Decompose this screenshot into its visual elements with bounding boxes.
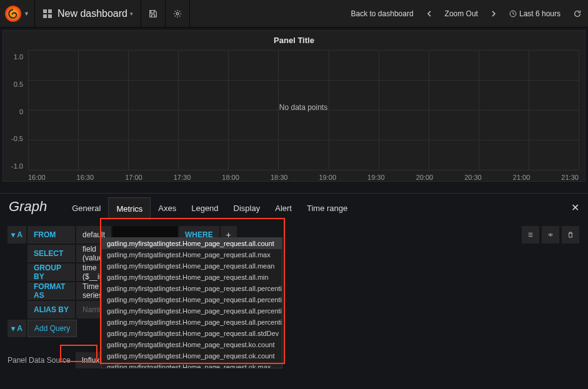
caret-down-icon: ▼	[24, 11, 29, 17]
dropdown-item[interactable]: gatling.myfirstgatlingtest.Home_page_req…	[102, 260, 282, 272]
menu-icon	[528, 232, 533, 238]
no-data-label: No data points	[279, 103, 327, 112]
clock-icon	[509, 10, 517, 17]
chevron-left-icon	[426, 11, 432, 17]
settings-button[interactable]	[166, 0, 190, 27]
editor-title: Graph	[0, 194, 64, 215]
x-tick: 21:00	[513, 174, 531, 181]
dropdown-item[interactable]: gatling.myfirstgatlingtest.Home_page_req…	[102, 317, 282, 328]
dropdown-item[interactable]: gatling.myfirstgatlingtest.Home_page_req…	[102, 339, 282, 350]
y-axis: 1.0 0.5 0 -0.5 -1.0	[3, 50, 28, 181]
time-prev-button[interactable]	[420, 0, 439, 27]
add-query-button[interactable]: Add Query	[27, 320, 77, 337]
editor-header: Graph GeneralMetricsAxesLegendDisplayAle…	[0, 193, 588, 220]
x-tick: 19:00	[319, 174, 336, 181]
x-tick: 19:30	[367, 174, 385, 181]
tab-legend[interactable]: Legend	[184, 197, 226, 220]
svg-rect-3	[48, 14, 52, 18]
dropdown-item[interactable]: gatling.myfirstgatlingtest.Home_page_req…	[102, 350, 282, 362]
tab-general[interactable]: General	[64, 197, 108, 220]
tab-time-range[interactable]: Time range	[299, 197, 355, 220]
svg-rect-2	[43, 14, 47, 18]
format-label: FORMAT AS	[27, 282, 75, 300]
x-tick: 21:30	[561, 174, 579, 181]
svg-point-6	[550, 234, 551, 235]
dropdown-item[interactable]: gatling.myfirstgatlingtest.Home_page_req…	[102, 305, 282, 317]
x-tick: 16:00	[28, 174, 46, 181]
panel-editor: Graph GeneralMetricsAxesLegendDisplayAle…	[0, 193, 588, 372]
datasource-label: Panel Data Source	[7, 356, 71, 365]
dropdown-item[interactable]: gatling.myfirstgatlingtest.Home_page_req…	[102, 283, 282, 294]
query-editor: ▾ A FROM default WHERE + SELECT field (v…	[0, 220, 588, 372]
navbar: ▼ New dashboard ▾ Back to dashboard Zoom…	[0, 0, 588, 27]
x-tick: 18:00	[222, 174, 239, 181]
dropdown-item[interactable]: gatling.myfirstgatlingtest.Home_page_req…	[102, 238, 282, 249]
tab-axes[interactable]: Axes	[151, 197, 184, 220]
groupby-label: GROUP BY	[27, 263, 75, 281]
time-range-picker[interactable]: Last 6 hours	[503, 0, 567, 27]
svg-rect-0	[43, 9, 47, 13]
alias-label: ALIAS BY	[27, 301, 75, 318]
refresh-icon	[573, 9, 582, 18]
x-axis: 16:0016:3017:0017:3018:0018:3019:0019:30…	[28, 174, 579, 181]
grafana-logo-icon	[5, 6, 21, 22]
x-tick: 18:30	[271, 174, 288, 181]
query-visibility-button[interactable]	[542, 226, 559, 244]
query-delete-button[interactable]	[562, 226, 579, 244]
dropdown-item[interactable]: gatling.myfirstgatlingtest.Home_page_req…	[102, 249, 282, 260]
x-tick: 20:00	[416, 174, 434, 181]
from-label: FROM	[27, 226, 75, 244]
dropdown-item[interactable]: gatling.myfirstgatlingtest.Home_page_req…	[102, 272, 282, 283]
close-editor-button[interactable]: ✕	[562, 195, 588, 220]
y-tick: -0.5	[11, 135, 23, 142]
query-menu-button[interactable]	[522, 226, 539, 244]
dropdown-item[interactable]: gatling.myfirstgatlingtest.Home_page_req…	[102, 294, 282, 305]
x-tick: 20:30	[464, 174, 482, 181]
y-tick: -1.0	[11, 162, 23, 170]
svg-rect-1	[48, 9, 52, 13]
svg-point-4	[176, 12, 179, 15]
logo-menu[interactable]: ▼	[0, 0, 35, 27]
dashboard-title: New dashboard	[57, 8, 127, 19]
tab-metrics[interactable]: Metrics	[108, 197, 151, 220]
save-button[interactable]	[141, 0, 166, 27]
back-to-dashboard-link[interactable]: Back to dashboard	[345, 0, 420, 27]
grid-icon	[42, 9, 52, 19]
panel-title: Panel Title	[3, 31, 585, 50]
measurement-dropdown[interactable]: gatling.myfirstgatlingtest.Home_page_req…	[101, 237, 282, 368]
x-tick: 16:30	[77, 174, 94, 181]
chart-area[interactable]: 1.0 0.5 0 -0.5 -1.0 No data points 16:00…	[3, 50, 585, 181]
plot-grid: No data points	[28, 50, 579, 170]
chevron-right-icon	[491, 11, 497, 17]
query-letter: A	[17, 230, 22, 239]
y-tick: 1.0	[14, 53, 23, 61]
zoom-out-button[interactable]: Zoom Out	[439, 0, 484, 27]
eye-icon	[548, 232, 553, 238]
trash-icon	[568, 231, 573, 239]
dashboard-picker[interactable]: New dashboard ▾	[35, 0, 141, 27]
caret-down-icon: ▾	[130, 11, 133, 17]
y-tick: 0.5	[14, 81, 23, 88]
gear-icon	[173, 9, 182, 18]
x-tick: 17:00	[125, 174, 142, 181]
editor-tabs: GeneralMetricsAxesLegendDisplayAlertTime…	[64, 197, 355, 220]
tab-display[interactable]: Display	[226, 197, 268, 220]
query-toggle[interactable]: ▾ A	[7, 226, 26, 244]
query-collapse[interactable]: ▾ A	[7, 320, 26, 337]
select-label: SELECT	[27, 245, 75, 262]
refresh-button[interactable]	[567, 0, 588, 27]
time-next-button[interactable]	[484, 0, 503, 27]
save-icon	[149, 9, 157, 18]
time-range-label: Last 6 hours	[519, 9, 561, 18]
dropdown-item[interactable]: gatling.myfirstgatlingtest.Home_page_req…	[102, 328, 282, 339]
y-tick: 0	[19, 108, 23, 116]
x-tick: 17:30	[174, 174, 191, 181]
dropdown-item[interactable]: gatling.myfirstgatlingtest.Home_page_req…	[102, 362, 282, 368]
tab-alert[interactable]: Alert	[267, 197, 299, 220]
chart-panel: Panel Title 1.0 0.5 0 -0.5 -1.0 No data …	[2, 30, 586, 182]
